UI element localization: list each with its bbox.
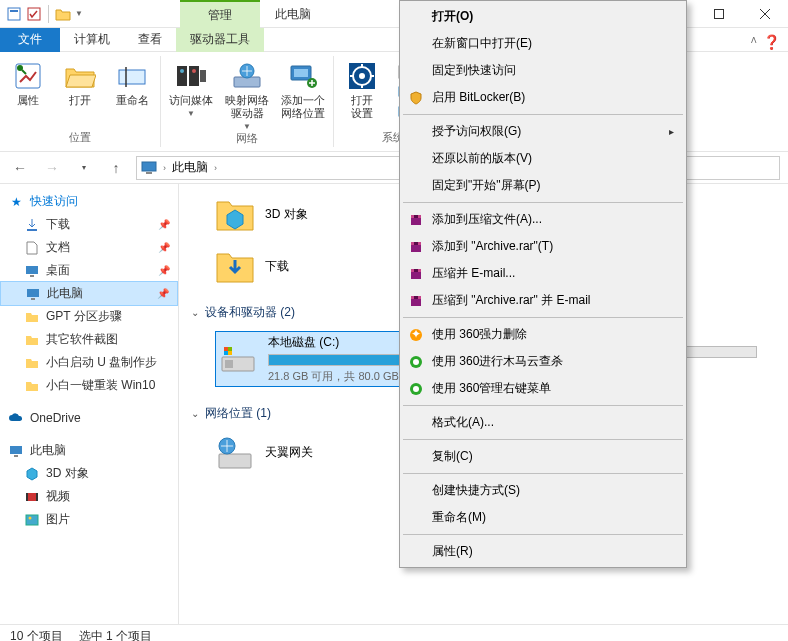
svg-rect-33 [27, 229, 37, 231]
properties-button[interactable]: 属性 [8, 60, 48, 107]
ctx-restore-versions[interactable]: 还原以前的版本(V) [402, 145, 684, 172]
nav-desktop[interactable]: 桌面📌 [0, 259, 178, 282]
add-network-location-button[interactable]: 添加一个 网络位置 [281, 60, 325, 120]
svg-point-20 [359, 73, 365, 79]
tab-computer[interactable]: 计算机 [60, 28, 124, 52]
caret-down-icon: ⌄ [191, 307, 199, 318]
ctx-properties[interactable]: 属性(R) [402, 538, 684, 565]
folder-downloads[interactable]: 下载 [215, 246, 415, 286]
chevron-right-icon[interactable]: › [214, 163, 217, 173]
document-icon [24, 240, 40, 256]
separator [403, 405, 683, 406]
help-icon[interactable]: ❓ [763, 34, 780, 50]
archive-icon [408, 239, 424, 255]
ctx-copy[interactable]: 复制(C) [402, 443, 684, 470]
file-tab[interactable]: 文件 [0, 28, 60, 52]
status-bar: 10 个项目 选中 1 个项目 [0, 624, 788, 641]
svg-rect-36 [27, 289, 39, 297]
archive-icon [408, 266, 424, 282]
svg-point-74 [413, 359, 419, 365]
ctx-zip-email[interactable]: 压缩并 E-mail... [402, 260, 684, 287]
rename-button[interactable]: 重命名 [112, 60, 152, 107]
up-button[interactable]: ↑ [104, 156, 128, 180]
quick-access-toolbar: ▼ [0, 5, 83, 23]
ctx-create-shortcut[interactable]: 创建快捷方式(S) [402, 477, 684, 504]
svg-point-44 [29, 516, 32, 519]
open-settings-button[interactable]: 打开 设置 [342, 60, 382, 120]
ctx-rename[interactable]: 重命名(M) [402, 504, 684, 531]
svg-rect-34 [26, 266, 38, 274]
checkbox-icon[interactable] [26, 6, 42, 22]
svg-point-5 [17, 65, 23, 71]
360-icon [408, 354, 424, 370]
open-button[interactable]: 打开 [60, 60, 100, 107]
nav-3d-objects[interactable]: 3D 对象 [0, 462, 178, 485]
group-label-location: 位置 [69, 130, 91, 147]
new-folder-icon[interactable] [55, 6, 71, 22]
navigation-pane[interactable]: ★快速访问 下载📌 文档📌 桌面📌 此电脑📌 GPT 分区步骤 其它软件截图 小… [0, 184, 179, 624]
ribbon-group-location: 属性 打开 重命名 位置 [0, 56, 161, 147]
gateway-icon [215, 432, 255, 472]
properties-icon[interactable] [6, 6, 22, 22]
svg-point-76 [413, 386, 419, 392]
svg-rect-52 [228, 347, 232, 351]
breadcrumb-root[interactable]: 此电脑 [172, 159, 208, 176]
ctx-grant-access[interactable]: 授予访问权限(G)▸ [402, 118, 684, 145]
nav-video[interactable]: 视频 [0, 485, 178, 508]
ctx-pin-quick[interactable]: 固定到快速访问 [402, 57, 684, 84]
maximize-button[interactable] [696, 0, 742, 28]
svg-rect-57 [219, 454, 251, 468]
ctx-add-archive[interactable]: 添加到压缩文件(A)... [402, 206, 684, 233]
svg-rect-3 [715, 10, 724, 19]
back-button[interactable]: ← [8, 156, 32, 180]
nav-downloads[interactable]: 下载📌 [0, 213, 178, 236]
nav-this-pc[interactable]: 此电脑📌 [0, 281, 178, 306]
ctx-bitlocker[interactable]: 启用 BitLocker(B) [402, 84, 684, 111]
svg-rect-42 [36, 493, 38, 501]
forward-button[interactable]: → [40, 156, 64, 180]
close-button[interactable] [742, 0, 788, 28]
360-icon: ✦ [408, 327, 424, 343]
nav-xb1[interactable]: 小白启动 U 盘制作步 [0, 351, 178, 374]
caret-down-icon: ⌄ [191, 408, 199, 419]
manage-context-tab[interactable]: 管理 [180, 0, 260, 28]
ctx-360-scan[interactable]: 使用 360进行木马云查杀 [402, 348, 684, 375]
ctx-360-delete[interactable]: ✦使用 360强力删除 [402, 321, 684, 348]
recent-dropdown[interactable]: ▾ [72, 156, 96, 180]
tab-view[interactable]: 查看 [124, 28, 176, 52]
map-network-drive-button[interactable]: 映射网络 驱动器▼ [225, 60, 269, 131]
chevron-right-icon[interactable]: › [163, 163, 166, 173]
nav-documents[interactable]: 文档📌 [0, 236, 178, 259]
ctx-pin-start[interactable]: 固定到"开始"屏幕(P) [402, 172, 684, 199]
access-media-button[interactable]: 访问媒体▼ [169, 60, 213, 118]
svg-point-10 [180, 69, 184, 73]
nav-gpt[interactable]: GPT 分区步骤 [0, 305, 178, 328]
ctx-add-rar[interactable]: 添加到 "Archive.rar"(T) [402, 233, 684, 260]
nav-onedrive[interactable]: OneDrive [0, 407, 178, 429]
separator [403, 534, 683, 535]
ctx-zip-email-rar[interactable]: 压缩到 "Archive.rar" 并 E-mail [402, 287, 684, 314]
nav-other[interactable]: 其它软件截图 [0, 328, 178, 351]
nav-quick-access[interactable]: ★快速访问 [0, 190, 178, 213]
nav-pictures[interactable]: 图片 [0, 508, 178, 531]
ctx-360-menu[interactable]: 使用 360管理右键菜单 [402, 375, 684, 402]
svg-rect-43 [26, 515, 38, 525]
collapse-ribbon-icon[interactable]: ᐱ [751, 36, 756, 45]
folder-icon [24, 332, 40, 348]
svg-rect-35 [30, 275, 34, 277]
video-icon [24, 489, 40, 505]
svg-rect-67 [414, 269, 418, 272]
pin-icon: 📌 [158, 265, 170, 276]
nav-this-pc-root[interactable]: 此电脑 [0, 439, 178, 462]
tab-drive-tools[interactable]: 驱动器工具 [176, 28, 264, 52]
nav-xb2[interactable]: 小白一键重装 Win10 [0, 374, 178, 397]
svg-rect-31 [142, 162, 156, 171]
dropdown-icon[interactable]: ▼ [75, 9, 83, 18]
ctx-new-window[interactable]: 在新窗口中打开(E) [402, 30, 684, 57]
svg-rect-49 [225, 360, 233, 368]
ctx-format[interactable]: 格式化(A)... [402, 409, 684, 436]
folder-3d-objects[interactable]: 3D 对象 [215, 194, 415, 234]
item-count: 10 个项目 [10, 628, 63, 641]
selection-count: 选中 1 个项目 [79, 628, 152, 641]
ctx-open[interactable]: 打开(O) [402, 3, 684, 30]
